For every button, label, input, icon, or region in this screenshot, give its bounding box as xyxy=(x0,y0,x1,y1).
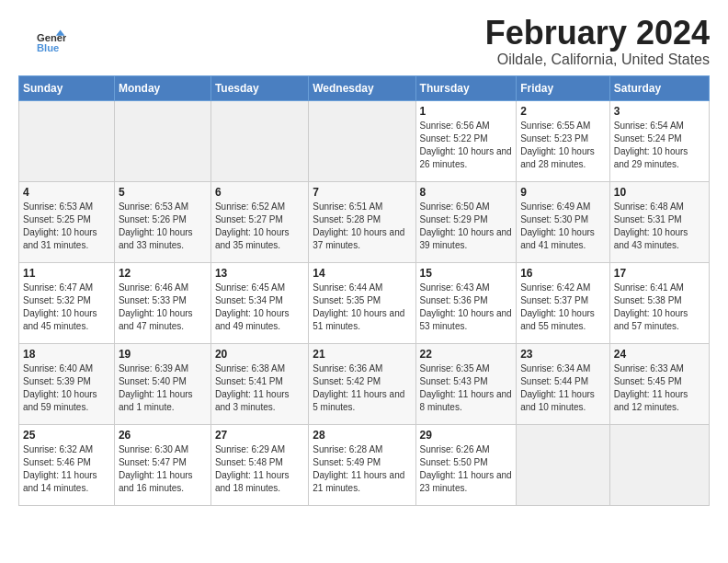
day-number: 14 xyxy=(313,267,411,280)
table-row xyxy=(609,424,709,505)
day-number: 16 xyxy=(520,267,606,280)
daylight-text: Daylight: 11 hours and 23 minutes. xyxy=(420,470,512,493)
daylight-text: Daylight: 10 hours and 47 minutes. xyxy=(119,308,193,331)
col-wednesday: Wednesday xyxy=(309,75,415,100)
day-number: 28 xyxy=(313,429,411,442)
daylight-text: Daylight: 11 hours and 21 minutes. xyxy=(313,470,404,493)
sunrise-text: Sunrise: 6:46 AM xyxy=(119,282,188,293)
sunrise-text: Sunrise: 6:44 AM xyxy=(313,282,382,293)
day-number: 4 xyxy=(23,186,110,199)
table-row: 2 Sunrise: 6:55 AM Sunset: 5:23 PM Dayli… xyxy=(517,100,610,181)
sunset-text: Sunset: 5:45 PM xyxy=(614,376,682,386)
sunset-text: Sunset: 5:38 PM xyxy=(614,295,682,305)
daylight-text: Daylight: 10 hours and 57 minutes. xyxy=(614,308,688,331)
table-row: 14 Sunrise: 6:44 AM Sunset: 5:35 PM Dayl… xyxy=(309,262,415,343)
table-row: 9 Sunrise: 6:49 AM Sunset: 5:30 PM Dayli… xyxy=(517,181,610,262)
day-number: 13 xyxy=(215,267,304,280)
sunset-text: Sunset: 5:42 PM xyxy=(313,376,381,386)
table-row: 25 Sunrise: 6:32 AM Sunset: 5:46 PM Dayl… xyxy=(19,424,115,505)
table-row: 11 Sunrise: 6:47 AM Sunset: 5:32 PM Dayl… xyxy=(19,262,115,343)
table-row: 16 Sunrise: 6:42 AM Sunset: 5:37 PM Dayl… xyxy=(517,262,610,343)
day-number: 24 xyxy=(614,348,705,361)
day-number: 22 xyxy=(420,348,513,361)
sunset-text: Sunset: 5:36 PM xyxy=(420,295,488,305)
day-number: 23 xyxy=(520,348,606,361)
day-number: 6 xyxy=(215,186,304,199)
daylight-text: Daylight: 11 hours and 8 minutes. xyxy=(420,389,512,412)
day-number: 5 xyxy=(119,186,207,199)
sunset-text: Sunset: 5:24 PM xyxy=(614,133,682,144)
table-row: 17 Sunrise: 6:41 AM Sunset: 5:38 PM Dayl… xyxy=(609,262,709,343)
sunrise-text: Sunrise: 6:48 AM xyxy=(614,201,684,212)
sunrise-text: Sunrise: 6:34 AM xyxy=(520,363,590,373)
day-number: 10 xyxy=(614,186,705,199)
sunrise-text: Sunrise: 6:53 AM xyxy=(23,201,93,212)
month-year-title: February 2024 xyxy=(18,15,710,52)
daylight-text: Daylight: 11 hours and 18 minutes. xyxy=(215,470,290,493)
daylight-text: Daylight: 10 hours and 49 minutes. xyxy=(215,308,290,331)
day-number: 29 xyxy=(420,429,513,442)
sunset-text: Sunset: 5:34 PM xyxy=(215,295,283,305)
table-row: 24 Sunrise: 6:33 AM Sunset: 5:45 PM Dayl… xyxy=(609,343,709,424)
sunset-text: Sunset: 5:33 PM xyxy=(119,295,187,305)
day-number: 7 xyxy=(313,186,411,199)
sunset-text: Sunset: 5:37 PM xyxy=(520,295,588,305)
table-row: 26 Sunrise: 6:30 AM Sunset: 5:47 PM Dayl… xyxy=(114,424,210,505)
daylight-text: Daylight: 10 hours and 35 minutes. xyxy=(215,227,290,250)
daylight-text: Daylight: 11 hours and 12 minutes. xyxy=(614,389,688,412)
calendar-week-row: 1 Sunrise: 6:56 AM Sunset: 5:22 PM Dayli… xyxy=(19,100,710,181)
table-row: 23 Sunrise: 6:34 AM Sunset: 5:44 PM Dayl… xyxy=(517,343,610,424)
day-number: 9 xyxy=(520,186,606,199)
sunrise-text: Sunrise: 6:38 AM xyxy=(215,363,285,373)
col-saturday: Saturday xyxy=(609,75,709,100)
sunset-text: Sunset: 5:25 PM xyxy=(23,214,91,224)
sunrise-text: Sunrise: 6:45 AM xyxy=(215,282,285,293)
sunrise-text: Sunrise: 6:28 AM xyxy=(313,444,382,454)
daylight-text: Daylight: 11 hours and 10 minutes. xyxy=(520,389,595,412)
sunset-text: Sunset: 5:28 PM xyxy=(313,214,381,224)
logo: General Blue xyxy=(37,29,66,55)
day-number: 15 xyxy=(420,267,513,280)
sunrise-text: Sunrise: 6:42 AM xyxy=(520,282,590,293)
day-number: 19 xyxy=(119,348,207,361)
sunrise-text: Sunrise: 6:50 AM xyxy=(420,201,490,212)
daylight-text: Daylight: 11 hours and 16 minutes. xyxy=(119,470,193,493)
sunrise-text: Sunrise: 6:30 AM xyxy=(119,444,188,454)
day-number: 26 xyxy=(119,429,207,442)
logo-icon: General Blue xyxy=(37,29,66,55)
daylight-text: Daylight: 10 hours and 41 minutes. xyxy=(520,227,595,250)
sunset-text: Sunset: 5:27 PM xyxy=(215,214,283,224)
table-row xyxy=(309,100,415,181)
sunrise-text: Sunrise: 6:43 AM xyxy=(420,282,490,293)
sunrise-text: Sunrise: 6:56 AM xyxy=(420,121,490,131)
sunset-text: Sunset: 5:35 PM xyxy=(313,295,381,305)
daylight-text: Daylight: 10 hours and 51 minutes. xyxy=(313,308,404,331)
table-row: 6 Sunrise: 6:52 AM Sunset: 5:27 PM Dayli… xyxy=(210,181,308,262)
sunset-text: Sunset: 5:30 PM xyxy=(520,214,588,224)
sunset-text: Sunset: 5:47 PM xyxy=(119,457,187,467)
sunrise-text: Sunrise: 6:35 AM xyxy=(420,363,490,373)
day-number: 8 xyxy=(420,186,513,199)
table-row: 19 Sunrise: 6:39 AM Sunset: 5:40 PM Dayl… xyxy=(114,343,210,424)
day-number: 18 xyxy=(23,348,110,361)
sunset-text: Sunset: 5:31 PM xyxy=(614,214,682,224)
table-row: 28 Sunrise: 6:28 AM Sunset: 5:49 PM Dayl… xyxy=(309,424,415,505)
table-row: 5 Sunrise: 6:53 AM Sunset: 5:26 PM Dayli… xyxy=(114,181,210,262)
sunrise-text: Sunrise: 6:26 AM xyxy=(420,444,490,454)
calendar-week-row: 11 Sunrise: 6:47 AM Sunset: 5:32 PM Dayl… xyxy=(19,262,710,343)
daylight-text: Daylight: 10 hours and 53 minutes. xyxy=(420,308,512,331)
table-row: 15 Sunrise: 6:43 AM Sunset: 5:36 PM Dayl… xyxy=(415,262,517,343)
sunrise-text: Sunrise: 6:54 AM xyxy=(614,121,684,131)
daylight-text: Daylight: 10 hours and 37 minutes. xyxy=(313,227,404,250)
table-row: 22 Sunrise: 6:35 AM Sunset: 5:43 PM Dayl… xyxy=(415,343,517,424)
table-row: 29 Sunrise: 6:26 AM Sunset: 5:50 PM Dayl… xyxy=(415,424,517,505)
sunrise-text: Sunrise: 6:39 AM xyxy=(119,363,188,373)
table-row: 20 Sunrise: 6:38 AM Sunset: 5:41 PM Dayl… xyxy=(210,343,308,424)
table-row: 10 Sunrise: 6:48 AM Sunset: 5:31 PM Dayl… xyxy=(609,181,709,262)
sunset-text: Sunset: 5:23 PM xyxy=(520,133,588,144)
table-row xyxy=(210,100,308,181)
calendar-header: February 2024 Oildale, California, Unite… xyxy=(18,15,710,68)
daylight-text: Daylight: 10 hours and 29 minutes. xyxy=(614,146,688,169)
table-row: 21 Sunrise: 6:36 AM Sunset: 5:42 PM Dayl… xyxy=(309,343,415,424)
daylight-text: Daylight: 10 hours and 31 minutes. xyxy=(23,227,97,250)
